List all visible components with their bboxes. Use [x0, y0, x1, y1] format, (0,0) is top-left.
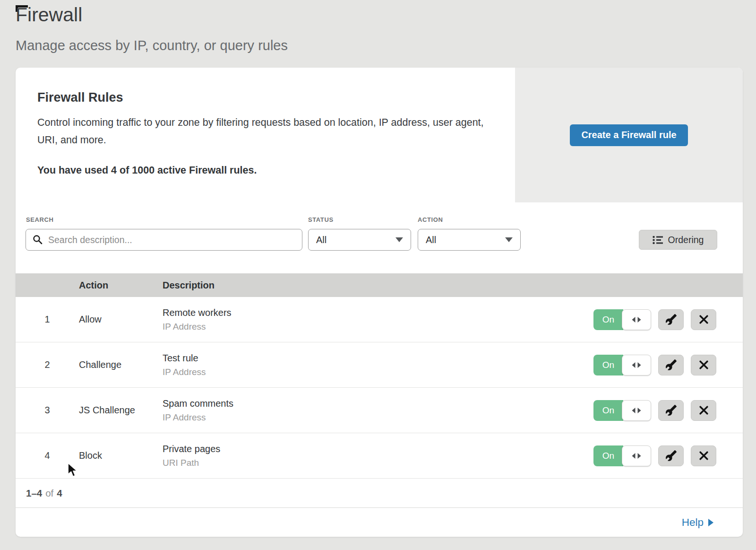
- ordering-button[interactable]: Ordering: [639, 230, 717, 250]
- pagination: 1–4 of 4: [16, 479, 743, 507]
- search-label: SEARCH: [26, 216, 54, 223]
- rule-priority: 2: [16, 359, 79, 370]
- action-select[interactable]: All: [418, 229, 521, 251]
- rule-action: JS Challenge: [79, 405, 163, 416]
- rule-description-cell: Remote workers IP Address: [163, 307, 592, 332]
- action-panel: Create a Firewall rule: [515, 68, 743, 202]
- toggle-on-label: On: [593, 309, 623, 330]
- chevron-down-icon: [505, 237, 513, 242]
- rule-enabled-toggle[interactable]: On: [593, 400, 651, 421]
- rules-description: Control incoming traffic to your zone by…: [37, 114, 486, 149]
- rule-priority: 3: [16, 405, 79, 416]
- pagination-total: 4: [57, 488, 62, 499]
- toggle-on-label: On: [593, 355, 623, 375]
- rule-description: Test rule: [163, 353, 592, 364]
- rule-description-cell: Spam comments IP Address: [163, 398, 592, 423]
- delete-rule-button[interactable]: [691, 445, 716, 466]
- filters-bar: SEARCH STATUS All ACTION All Ordering: [16, 210, 743, 273]
- rule-enabled-toggle[interactable]: On: [593, 309, 651, 330]
- column-action: Action: [79, 280, 163, 291]
- search-box: [26, 229, 302, 251]
- chevron-down-icon: [395, 237, 403, 242]
- rule-controls: On: [592, 445, 716, 466]
- toggle-on-label: On: [593, 445, 623, 466]
- toggle-knob[interactable]: [622, 355, 651, 375]
- delete-rule-button[interactable]: [691, 355, 716, 375]
- help-link-label: Help: [682, 516, 704, 529]
- wrench-icon: [665, 404, 677, 416]
- rule-controls: On: [592, 355, 716, 375]
- toggle-knob[interactable]: [622, 400, 651, 421]
- page-title: Firewall: [16, 4, 82, 26]
- edit-rule-button[interactable]: [658, 445, 684, 466]
- search-input[interactable]: [26, 229, 302, 251]
- mouse-cursor: [67, 462, 79, 478]
- close-icon: [699, 360, 709, 370]
- left-right-arrows-icon: [631, 407, 642, 414]
- close-icon: [699, 314, 709, 324]
- table-row: 4 Block Private pages URI Path On: [16, 433, 743, 479]
- status-select[interactable]: All: [308, 229, 411, 251]
- rule-action: Challenge: [79, 359, 163, 370]
- edit-rule-button[interactable]: [658, 309, 684, 330]
- search-icon: [33, 235, 43, 244]
- page-subtitle: Manage access by IP, country, or query r…: [16, 38, 288, 53]
- wrench-icon: [665, 450, 677, 462]
- pagination-of: of: [45, 488, 53, 499]
- wrench-icon: [665, 359, 677, 371]
- rule-match-type: IP Address: [163, 322, 592, 332]
- edit-rule-button[interactable]: [658, 400, 684, 421]
- edit-rule-button[interactable]: [658, 355, 684, 375]
- help-caret-icon: [708, 519, 713, 526]
- rule-action: Allow: [79, 314, 163, 325]
- rule-action: Block: [79, 450, 163, 461]
- delete-rule-button[interactable]: [691, 309, 716, 330]
- rule-description-cell: Private pages URI Path: [163, 444, 592, 468]
- create-firewall-rule-button[interactable]: Create a Firewall rule: [570, 124, 688, 146]
- table-row: 2 Challenge Test rule IP Address On: [16, 342, 743, 388]
- table-header: Action Description: [16, 273, 743, 297]
- rule-description-cell: Test rule IP Address: [163, 353, 592, 377]
- rule-match-type: IP Address: [163, 412, 592, 423]
- close-icon: [699, 451, 709, 461]
- delete-rule-button[interactable]: [691, 400, 716, 421]
- rules-usage-count: You have used 4 of 1000 active Firewall …: [37, 165, 257, 176]
- rule-description: Remote workers: [163, 307, 592, 318]
- ordering-button-label: Ordering: [668, 235, 704, 245]
- rules-info: Firewall Rules Control incoming traffic …: [16, 68, 515, 202]
- table-body: 1 Allow Remote workers IP Address On: [16, 297, 743, 479]
- toggle-knob[interactable]: [622, 309, 651, 330]
- rule-description: Spam comments: [163, 398, 592, 409]
- rule-description: Private pages: [163, 444, 592, 454]
- pagination-range: 1–4: [26, 488, 42, 499]
- action-selected-value: All: [426, 235, 436, 245]
- rules-heading: Firewall Rules: [37, 90, 123, 105]
- status-selected-value: All: [316, 235, 326, 245]
- left-right-arrows-icon: [631, 453, 642, 459]
- column-description: Description: [163, 280, 592, 291]
- rules-overview-section: Firewall Rules Control incoming traffic …: [16, 68, 743, 202]
- rule-match-type: URI Path: [163, 458, 592, 468]
- firewall-rules-card: Firewall Rules Control incoming traffic …: [16, 68, 743, 537]
- table-row: 1 Allow Remote workers IP Address On: [16, 297, 743, 342]
- toggle-on-label: On: [593, 400, 623, 421]
- action-label: ACTION: [418, 216, 443, 223]
- left-right-arrows-icon: [631, 316, 642, 323]
- rule-match-type: IP Address: [163, 367, 592, 377]
- rule-enabled-toggle[interactable]: On: [593, 355, 651, 375]
- rule-priority: 1: [16, 314, 79, 325]
- status-label: STATUS: [308, 216, 334, 223]
- help-row: Help: [16, 507, 743, 537]
- left-right-arrows-icon: [631, 362, 642, 368]
- rule-controls: On: [592, 400, 716, 421]
- wrench-icon: [665, 314, 677, 325]
- rule-priority: 4: [16, 450, 79, 461]
- close-icon: [699, 405, 709, 415]
- help-link[interactable]: Help: [682, 516, 713, 529]
- table-row: 3 JS Challenge Spam comments IP Address …: [16, 388, 743, 433]
- rule-enabled-toggle[interactable]: On: [593, 445, 651, 466]
- ordered-list-icon: [653, 236, 663, 244]
- toggle-knob[interactable]: [622, 445, 651, 466]
- rule-controls: On: [592, 309, 716, 330]
